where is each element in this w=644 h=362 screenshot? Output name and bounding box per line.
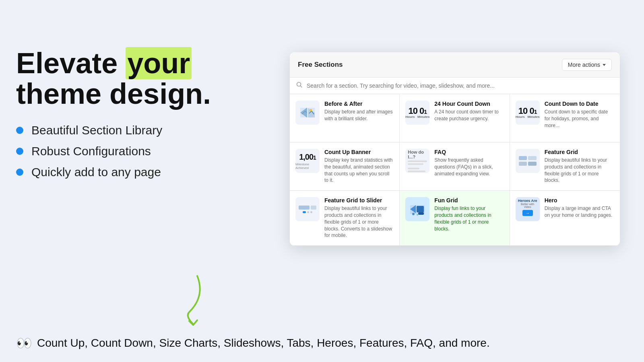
countdown-24-content: 24 Hour Count Down A 24 hour count down … <box>434 101 504 122</box>
more-actions-label: More actions <box>568 62 600 68</box>
bullet-item-2: Robust Configurations <box>16 144 225 158</box>
search-icon <box>296 82 303 90</box>
section-card-fun-grid[interactable]: Fun Grid Display fun links to your produ… <box>400 191 510 246</box>
section-card-countdown-date[interactable]: 10 01 Hours Minutes Count Down to Date C… <box>510 94 620 142</box>
section-card-countdown-24[interactable]: 10 01 Hours Minutes 24 Hour Count Down A… <box>400 94 510 142</box>
countdown-24-desc: A 24 hour count down timer to create pur… <box>434 109 504 122</box>
fun-grid-title: Fun Grid <box>434 197 504 204</box>
section-card-feature-grid[interactable]: Feature Grid Display beautiful links to … <box>510 142 620 191</box>
more-actions-button[interactable]: More actions <box>562 59 612 71</box>
bullet-text-2: Robust Configurations <box>31 144 151 158</box>
hero-icon: Heroes Are Better with Video → <box>516 197 540 221</box>
feature-grid-title: Feature Grid <box>545 149 614 155</box>
bullet-text-3: Quickly add to any page <box>31 165 161 179</box>
fun-grid-content: Fun Grid Display fun links to your produ… <box>434 197 504 232</box>
bullet-item-1: Beautiful Section Library <box>16 123 225 137</box>
chevron-down-icon <box>603 64 606 66</box>
left-panel: Elevate your theme design. Beautiful Sec… <box>16 48 225 186</box>
svg-line-1 <box>301 86 302 88</box>
feature-grid-slider-icon <box>295 197 320 221</box>
headline-part1: Elevate <box>16 47 126 79</box>
bullet-text-1: Beautiful Section Library <box>31 123 162 137</box>
svg-point-7 <box>412 213 415 215</box>
countup-icon: 1,001 Milestone Achieved <box>295 149 320 173</box>
section-card-feature-grid-slider[interactable]: Feature Grid to Slider Display beautiful… <box>290 191 400 246</box>
section-card-hero[interactable]: Heroes Are Better with Video → Hero Disp… <box>510 191 620 246</box>
modal-header: Free Sections More actions <box>290 52 620 78</box>
bottom-text-content: Count Up, Count Down, Size Charts, Slide… <box>37 337 490 350</box>
countdown-date-content: Count Down to Date Count down to a speci… <box>545 101 614 129</box>
headline-highlight: your <box>126 47 192 79</box>
bullet-item-3: Quickly add to any page <box>16 165 225 179</box>
faq-title: FAQ <box>434 149 504 155</box>
sections-modal: Free Sections More actions <box>290 52 620 246</box>
sections-grid: Before & After Display before and after … <box>290 94 620 246</box>
countup-desc: Display key brand statistics with the be… <box>324 157 394 184</box>
bullet-dot-2 <box>16 148 23 155</box>
countup-content: Count Up Banner Display key brand statis… <box>324 149 394 184</box>
feature-grid-content: Feature Grid Display beautiful links to … <box>545 149 614 184</box>
countup-title: Count Up Banner <box>324 149 394 155</box>
green-arrow <box>173 272 221 330</box>
countdown-24-icon: 10 01 Hours Minutes <box>405 101 429 125</box>
countdown-date-title: Count Down to Date <box>545 101 614 107</box>
svg-point-8 <box>417 214 418 216</box>
before-after-title: Before & After <box>324 101 394 107</box>
hero-content: Hero Display a large image and CTA on yo… <box>545 197 614 219</box>
faq-desc: Show frequently asked questions (FAQs) i… <box>434 157 504 177</box>
svg-rect-6 <box>417 206 424 212</box>
search-input[interactable] <box>307 82 613 89</box>
svg-rect-9 <box>418 212 424 215</box>
before-after-desc: Display before and after images with a b… <box>324 109 394 122</box>
modal-title: Free Sections <box>298 61 343 69</box>
bottom-text: 👀 Count Up, Count Down, Size Charts, Sli… <box>16 335 490 351</box>
feature-grid-desc: Display beautiful links to your products… <box>545 157 614 184</box>
feature-grid-slider-content: Feature Grid to Slider Display beautiful… <box>324 197 394 239</box>
headline-part2: theme design. <box>16 78 211 110</box>
feature-grid-slider-title: Feature Grid to Slider <box>324 197 394 204</box>
faq-content: FAQ Show frequently asked questions (FAQ… <box>434 149 504 177</box>
before-after-icon <box>295 101 320 125</box>
bullet-list: Beautiful Section Library Robust Configu… <box>16 123 225 179</box>
section-card-faq[interactable]: How do I...? FAQ Show frequently asked q… <box>400 142 510 191</box>
before-after-content: Before & After Display before and after … <box>324 101 394 122</box>
headline: Elevate your theme design. <box>16 48 225 109</box>
countdown-date-desc: Count down to a specific date for holida… <box>545 109 614 129</box>
eyes-icon: 👀 <box>16 335 32 351</box>
countdown-date-icon: 10 01 Hours Minutes <box>516 101 540 125</box>
hero-title: Hero <box>545 197 614 204</box>
hero-desc: Display a large image and CTA on your ho… <box>545 205 614 219</box>
countdown-24-title: 24 Hour Count Down <box>434 101 504 107</box>
fun-grid-desc: Display fun links to your products and c… <box>434 205 504 232</box>
bullet-dot-3 <box>16 169 23 176</box>
fun-grid-icon <box>405 197 429 221</box>
section-card-before-after[interactable]: Before & After Display before and after … <box>290 94 400 142</box>
section-card-countup[interactable]: 1,001 Milestone Achieved Count Up Banner… <box>290 142 400 191</box>
svg-point-4 <box>310 109 312 111</box>
bullet-dot-1 <box>16 127 23 134</box>
feature-grid-icon <box>516 149 540 173</box>
feature-grid-slider-desc: Display beautiful links to your products… <box>324 205 394 239</box>
faq-icon: How do I...? <box>405 149 429 173</box>
search-bar <box>290 78 620 94</box>
